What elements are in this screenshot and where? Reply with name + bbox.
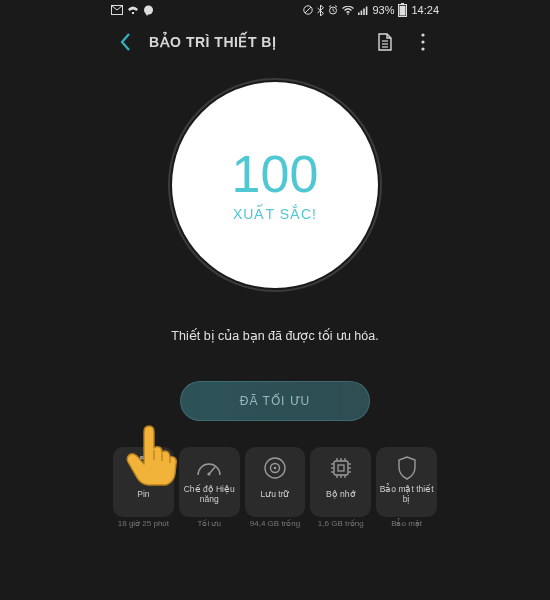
card-label: Lưu trữ — [260, 485, 289, 505]
gauge-icon — [196, 455, 222, 481]
battery-percent: 93% — [372, 4, 394, 16]
score-label: XUẤT SẮC! — [233, 206, 317, 222]
card-sub: 94,4 GB trống — [245, 519, 306, 528]
svg-point-1 — [144, 5, 153, 14]
card-sub: 1,6 GB trống — [310, 519, 371, 528]
optimize-label: ĐÃ TỐI ƯU — [240, 394, 310, 408]
card-label: Bảo mật thiết bị — [378, 485, 435, 505]
alarm-icon — [328, 5, 338, 15]
svg-rect-12 — [400, 6, 406, 16]
optimize-button[interactable]: ĐÃ TỐI ƯU — [180, 381, 370, 421]
wifi-icon — [342, 6, 354, 15]
svg-rect-26 — [334, 461, 348, 475]
status-left — [111, 5, 154, 16]
back-button[interactable] — [115, 32, 135, 52]
score-area: 100 XUẤT SẮC! — [105, 64, 445, 288]
memory-chip-icon — [328, 455, 354, 481]
document-icon[interactable] — [373, 33, 397, 51]
tutorial-hand-pointer-icon — [118, 422, 188, 492]
svg-rect-7 — [361, 10, 363, 15]
card-sub: 18 giờ 25 phút — [113, 519, 174, 528]
messenger-icon — [143, 5, 154, 16]
more-menu-button[interactable] — [411, 33, 435, 51]
svg-rect-8 — [364, 8, 366, 15]
card-security[interactable]: Bảo mật thiết bị — [376, 447, 437, 517]
svg-line-3 — [305, 7, 311, 13]
card-sub-row: 18 giờ 25 phút Tối ưu 94,4 GB trống 1,6 … — [105, 517, 445, 528]
svg-point-18 — [421, 47, 424, 50]
page-title: BẢO TRÌ THIẾT BỊ — [149, 34, 359, 50]
svg-point-17 — [421, 40, 424, 43]
status-right: 93% 14:24 — [303, 3, 439, 17]
storage-icon — [262, 455, 288, 481]
missed-call-icon — [127, 5, 139, 15]
shield-icon — [394, 455, 420, 481]
signal-icon — [358, 6, 368, 15]
battery-icon — [398, 3, 407, 17]
device-maintenance-screen: 93% 14:24 BẢO TRÌ THIẾT BỊ 100 XUẤT SẮC!… — [105, 0, 445, 600]
mute-icon — [303, 5, 313, 15]
svg-point-16 — [421, 33, 424, 36]
svg-rect-27 — [338, 465, 344, 471]
card-storage[interactable]: Lưu trữ — [245, 447, 306, 517]
card-memory[interactable]: Bộ nhớ — [310, 447, 371, 517]
card-sub: Tối ưu — [179, 519, 240, 528]
bluetooth-icon — [317, 5, 324, 16]
score-value: 100 — [232, 148, 319, 200]
clock-text: 14:24 — [411, 4, 439, 16]
score-circle: 100 XUẤT SẮC! — [172, 82, 378, 288]
svg-rect-6 — [358, 12, 360, 15]
card-label: Chế độ Hiệu năng — [181, 485, 238, 505]
svg-point-5 — [348, 13, 350, 15]
optimization-message: Thiết bị của bạn đã được tối ưu hóa. — [105, 328, 445, 343]
svg-point-25 — [274, 467, 277, 470]
optimize-wrap: ĐÃ TỐI ƯU — [105, 381, 445, 421]
card-label: Bộ nhớ — [326, 485, 356, 505]
card-sub: Bảo mật — [376, 519, 437, 528]
svg-line-22 — [209, 467, 215, 474]
mail-icon — [111, 5, 123, 15]
svg-rect-9 — [366, 6, 368, 15]
app-bar: BẢO TRÌ THIẾT BỊ — [105, 20, 445, 64]
status-bar: 93% 14:24 — [105, 0, 445, 20]
